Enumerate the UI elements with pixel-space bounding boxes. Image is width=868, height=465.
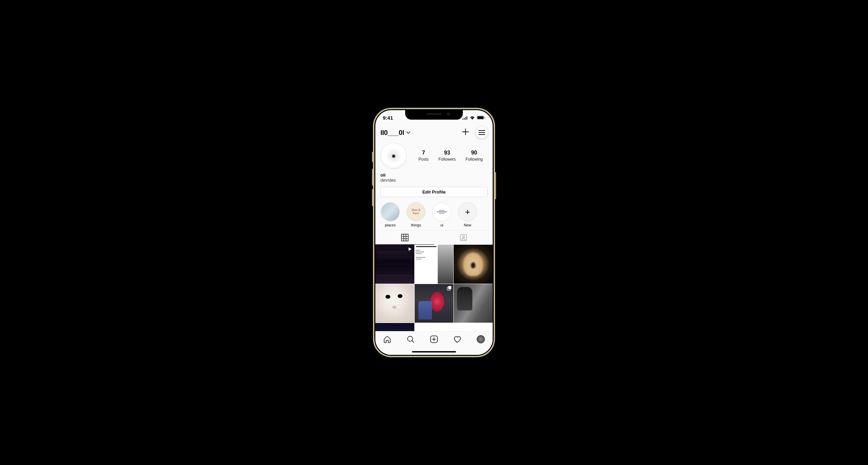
stat-count: 93 (438, 150, 456, 156)
home-indicator[interactable] (412, 351, 456, 352)
nav-activity[interactable] (453, 335, 462, 344)
edit-profile-label: Edit Profile (422, 189, 446, 195)
grid-icon (401, 234, 409, 241)
heart-icon (453, 335, 461, 343)
profile-header: II0___0I (375, 125, 493, 140)
profile-display-name: oli (380, 173, 488, 178)
plus-icon: + (458, 202, 477, 221)
tab-grid[interactable] (375, 231, 434, 245)
post-thumbnail[interactable] (454, 245, 493, 284)
menu-button[interactable] (476, 127, 488, 138)
nav-profile[interactable] (476, 335, 485, 344)
highlight-cover (432, 202, 451, 221)
tab-tagged[interactable] (434, 231, 493, 245)
svg-rect-2 (485, 117, 485, 119)
stat-followers[interactable]: 93 Followers (438, 150, 456, 162)
search-icon (407, 335, 415, 343)
wifi-icon (470, 116, 475, 120)
phone-mute-switch (372, 152, 373, 162)
stat-posts[interactable]: 7 Posts (418, 150, 429, 162)
svg-rect-5 (448, 286, 451, 289)
post-thumbnail[interactable] (415, 284, 454, 323)
highlight-label: places (380, 223, 400, 227)
profile-view-tabs (375, 230, 493, 245)
stat-following[interactable]: 90 Following (466, 150, 483, 162)
profile-bio-text: dev/des (380, 178, 488, 183)
profile-avatar[interactable] (380, 143, 407, 169)
highlight-label: New (458, 223, 477, 227)
phone-power-button (495, 172, 496, 199)
account-switcher[interactable]: II0___0I (380, 129, 410, 137)
phone-notch (405, 110, 463, 120)
svg-point-4 (462, 236, 465, 238)
highlight-label: things (406, 223, 426, 227)
edit-profile-button[interactable]: Edit Profile (380, 187, 488, 197)
status-time: 9:41 (383, 115, 393, 121)
phone-volume-down (372, 189, 373, 206)
tagged-icon (460, 234, 467, 241)
home-icon (383, 335, 391, 343)
cellular-signal-icon (462, 116, 468, 120)
create-post-button[interactable] (462, 128, 469, 137)
svg-rect-3 (460, 235, 467, 241)
highlight-cover (381, 202, 400, 221)
highlight-places[interactable]: places (380, 202, 400, 227)
post-thumbnail[interactable] (454, 284, 493, 323)
posts-grid: ▬▬▬▬▬▬▬▬▬▬▬▬▬▬▬▬▬▬▬▬▬▬▬▬ (375, 245, 493, 331)
stat-count: 90 (466, 150, 483, 156)
highlight-new[interactable]: + New (458, 202, 477, 227)
stat-label: Posts (418, 157, 429, 162)
post-thumbnail[interactable]: ▬▬▬▬▬▬▬▬▬▬▬▬▬▬▬▬▬▬▬▬▬▬▬▬ (415, 245, 454, 284)
stat-label: Followers (438, 157, 456, 162)
post-thumbnail[interactable] (375, 323, 414, 331)
nav-search[interactable] (406, 335, 415, 344)
header-username: II0___0I (380, 129, 404, 137)
profile-bio: oli dev/des (375, 173, 493, 187)
phone-screen: 9:41 II0___0I (375, 110, 493, 355)
video-icon (408, 247, 412, 252)
profile-avatar-small (477, 335, 485, 343)
profile-summary-row: 7 Posts 93 Followers 90 Following (375, 140, 493, 173)
story-highlights[interactable]: places Does It Fart? things ui (375, 202, 493, 230)
battery-icon (477, 116, 485, 120)
chevron-down-icon (406, 130, 410, 135)
phone-device-frame: 9:41 II0___0I (373, 108, 495, 357)
highlight-cover: Does It Fart? (407, 202, 426, 221)
carousel-icon (447, 286, 452, 290)
create-icon (430, 335, 438, 343)
stat-label: Following (466, 157, 483, 162)
highlight-things[interactable]: Does It Fart? things (406, 202, 426, 227)
profile-content[interactable]: 7 Posts 93 Followers 90 Following (375, 140, 493, 331)
highlight-label: ui (432, 223, 452, 227)
hamburger-icon (478, 130, 485, 135)
profile-stats: 7 Posts 93 Followers 90 Following (414, 150, 488, 162)
post-thumbnail[interactable] (375, 284, 414, 323)
highlight-ui[interactable]: ui (432, 202, 452, 227)
phone-volume-up (372, 169, 373, 186)
svg-rect-1 (477, 116, 484, 119)
post-thumbnail[interactable] (375, 245, 414, 284)
nav-home[interactable] (383, 335, 392, 344)
nav-create[interactable] (430, 335, 438, 344)
stat-count: 7 (418, 150, 429, 156)
